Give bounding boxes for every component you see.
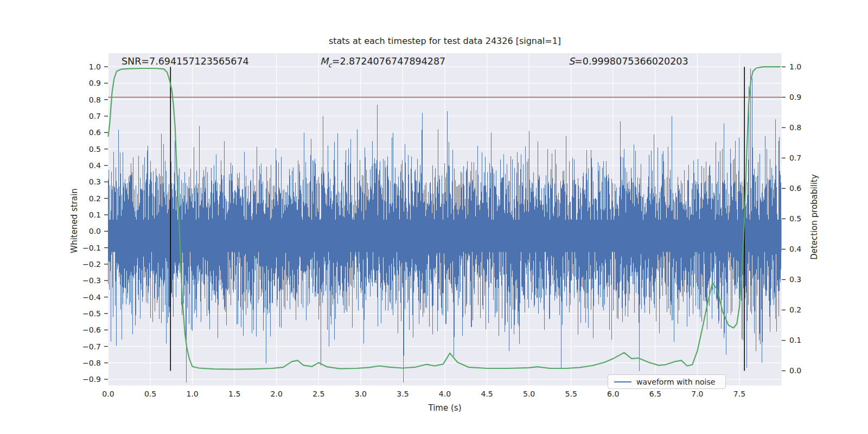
left-tick-label: 0.7 <box>89 112 101 120</box>
left-tick-label: 0.8 <box>89 95 101 104</box>
annotation-chirp-mass: Mc=2.8724076747894287 <box>320 56 445 69</box>
left-tick-label: −0.1 <box>82 244 101 252</box>
right-tick-label: 1.0 <box>789 62 801 71</box>
x-axis-label: Time (s) <box>108 403 781 413</box>
right-tick-label: 0.7 <box>789 154 801 162</box>
legend-label: waveform with noise <box>636 378 715 386</box>
legend: waveform with noise <box>608 374 726 389</box>
x-tick-label: 6.0 <box>607 390 619 398</box>
legend-line-swatch <box>614 381 631 382</box>
x-tick-label: 7.5 <box>733 390 745 398</box>
left-tick-label: 0.5 <box>89 145 101 154</box>
x-tick-label: 1.0 <box>186 390 198 398</box>
left-tick-label: 0.4 <box>89 161 101 170</box>
right-tick-label: 0.1 <box>789 336 801 344</box>
waveform-core-band <box>108 220 782 252</box>
left-tick-label: −0.7 <box>82 342 101 351</box>
right-tick-label: 0.9 <box>789 93 801 101</box>
x-tick-label: 0.5 <box>144 390 156 398</box>
chart-title: stats at each timestep for test data 243… <box>108 36 781 46</box>
chirp-mass-subscript: c <box>328 61 332 69</box>
x-tick-label: 4.0 <box>439 390 451 398</box>
x-tick-label: 3.5 <box>397 390 409 398</box>
left-tick-label: 1.0 <box>89 62 101 71</box>
left-tick-label: −0.5 <box>82 309 101 318</box>
figure: 1.00.90.80.70.60.50.40.30.20.10.0−0.1−0.… <box>0 0 868 434</box>
y-axis-label-right: Detection probability <box>809 174 819 260</box>
x-tick-label: 0.0 <box>102 390 114 398</box>
left-tick-label: 0.6 <box>89 128 101 137</box>
x-tick-label: 1.5 <box>228 390 240 398</box>
left-tick-label: −0.2 <box>82 260 101 269</box>
x-tick-label: 5.5 <box>565 390 577 398</box>
left-tick-label: −0.8 <box>82 359 101 367</box>
left-tick-label: 0.0 <box>89 227 101 235</box>
left-tick-label: −0.6 <box>82 326 101 334</box>
annotation-snr: SNR=7.694157123565674 <box>122 56 249 67</box>
left-tick-label: 0.1 <box>89 210 101 219</box>
y-axis-label-left: Whitened strain <box>69 188 79 253</box>
left-tick-label: 0.2 <box>89 194 101 203</box>
snr-value: =7.694157123565674 <box>141 56 248 67</box>
left-tick-label: −0.3 <box>82 276 101 285</box>
x-tick-label: 2.0 <box>271 390 283 398</box>
significance-symbol: S <box>569 56 575 67</box>
right-tick-label: 0.0 <box>789 366 801 375</box>
significance-value: =0.9998075366020203 <box>575 56 688 67</box>
x-tick-label: 7.0 <box>691 390 703 398</box>
right-tick-label: 0.5 <box>789 214 801 223</box>
right-tick-label: 0.8 <box>789 123 801 132</box>
right-tick-label: 0.6 <box>789 184 801 193</box>
x-tick-label: 3.0 <box>355 390 367 398</box>
snr-label: SNR <box>122 56 141 67</box>
chirp-mass-value: =2.8724076747894287 <box>332 56 446 67</box>
chirp-mass-symbol: M <box>320 56 328 67</box>
x-tick-label: 4.5 <box>481 390 493 398</box>
left-tick-label: 0.3 <box>89 177 101 186</box>
right-tick-label: 0.3 <box>789 275 801 284</box>
x-tick-label: 6.5 <box>649 390 661 398</box>
left-tick-label: 0.9 <box>89 79 101 87</box>
right-tick-label: 0.4 <box>789 245 801 253</box>
x-tick-label: 5.0 <box>523 390 535 398</box>
right-tick-label: 0.2 <box>789 305 801 314</box>
left-tick-label: −0.9 <box>82 375 101 384</box>
annotation-significance: S=0.9998075366020203 <box>569 56 688 67</box>
left-tick-label: −0.4 <box>82 293 101 302</box>
x-tick-label: 2.5 <box>312 390 324 398</box>
